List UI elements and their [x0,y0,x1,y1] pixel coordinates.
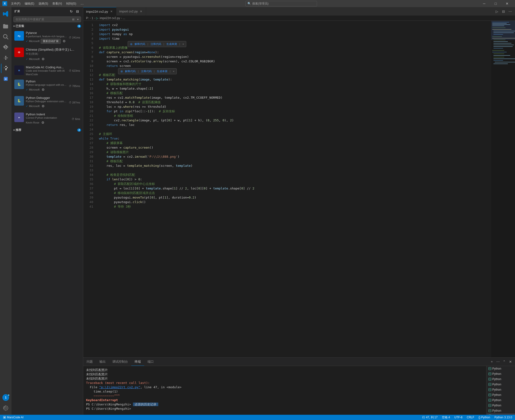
panel-tab-ports[interactable]: 端口 [144,358,157,366]
new-terminal-button[interactable]: ＋ [489,359,494,364]
python-verified: ✓ [26,88,28,91]
status-encoding[interactable]: UTF-8 [453,415,463,420]
activity-item-vscode[interactable] [1,9,10,19]
pylance-restart-button[interactable]: 重新启动扩展 [41,39,61,44]
run-button[interactable]: ▷ [494,9,500,14]
status-position[interactable]: 行 47, 列 17 [421,415,438,420]
python-indent-meta: Kevin Rose ⚙ [26,120,70,125]
recommended-section-header[interactable]: ▾ 推荐 2 [11,127,83,133]
menu-selection[interactable]: 选择(S) [37,1,50,6]
menu-more[interactable]: ... [81,1,84,6]
activity-item-debug[interactable] [1,53,10,63]
split-terminal-button[interactable]: ⋯ [495,359,501,364]
status-line-ending[interactable]: CRLF [466,415,475,420]
breadcrumb-symbol[interactable]: ... [123,16,125,20]
code-line-39: pyautogui.moveTo(pt[0], pt[1], duration=… [99,195,491,200]
status-spaces[interactable]: 空格:4 [441,415,451,420]
status-python-version[interactable]: Python 3.13.0 [493,415,513,420]
code-content[interactable]: import cv2 import pyautogui import numpy… [95,21,491,357]
status-language[interactable]: {} Python [478,415,491,420]
ai-close-12[interactable]: × [173,69,175,74]
close-panel-button[interactable]: ✕ [508,359,513,364]
ai-close-6[interactable]: × [182,42,184,46]
pylance-meta: ✓ Microsoft 重新启动扩展 ⚙ [26,38,67,44]
menu-edit[interactable]: 编辑(E) [23,1,36,6]
svg-text:PS: PS [489,384,491,385]
python-indent-publisher: Kevin Rose [26,121,39,124]
menu-goto[interactable]: 转到(G) [64,1,78,6]
terminal-list-item-3[interactable]: PS Python [486,376,515,382]
more-actions-button[interactable]: ⋯ [507,9,513,14]
menu-view[interactable]: 查看(V) [50,1,64,6]
python-publisher: Microsoft [29,88,40,91]
extension-item-marscode[interactable]: M MarsCode AI: Coding Ass... Code and In… [11,64,83,78]
extension-item-pylance[interactable]: Py Pylance A performant, feature-rich la… [11,29,83,46]
close-button[interactable]: ✕ [502,0,513,7]
chinese-settings-icon[interactable]: ⚙ [41,56,46,62]
panel-tab-debug[interactable]: 调试控制台 [109,358,131,366]
split-editor-button[interactable]: ⊟ [501,9,506,14]
maximize-button[interactable]: □ [490,0,501,7]
python-debugger-settings-icon[interactable]: ⚙ [41,104,46,109]
minimize-button[interactable]: ─ [479,0,490,7]
refresh-button[interactable]: ↻ [69,9,74,14]
code-line-24 [99,127,491,132]
ai-test-6[interactable]: 生成单测 [166,42,177,46]
activity-item-marscode[interactable]: M [1,74,10,84]
filter-button[interactable]: ⊟ [75,9,80,14]
activity-item-settings[interactable] [1,403,10,413]
activity-item-git[interactable] [1,43,10,52]
activity-item-files[interactable] [1,22,10,31]
panel-tab-problems[interactable]: 问题 [83,358,96,366]
pylance-settings-icon[interactable]: ⚙ [62,38,67,44]
panel-tab-output[interactable]: 输出 [96,358,109,366]
ai-comment-6[interactable]: 注释代码 [151,42,161,46]
installed-section-header[interactable]: ▾ 已安装 6 [11,23,83,29]
python-meta: ✓ Microsoft ⚙ [26,87,67,92]
minimap[interactable] [491,21,515,357]
breadcrumb-drive[interactable]: P: [86,16,89,20]
python-settings-icon[interactable]: ⚙ [41,87,46,92]
svg-text:🐍: 🐍 [17,99,21,103]
terminal-list-item-8[interactable]: PS Python [486,403,515,408]
status-marscode[interactable]: M MarsCode AI [2,415,24,420]
maximize-panel-button[interactable]: ⌃ [502,359,507,364]
terminal-file-link[interactable]: "p:\1\impo22rt cv2.py" [99,385,140,389]
terminal-content[interactable]: 未找到匹配图片 未找到匹配图片 未找到匹配图片 Traceback (most … [83,366,486,415]
ai-explain-6[interactable]: 解释代码 [135,42,145,46]
activity-item-account[interactable]: 1 [1,393,10,402]
ai-explain-12[interactable]: 解释代码 [125,69,136,74]
activity-item-extensions[interactable] [1,64,10,73]
terminal-list-item-5[interactable]: PS Python [486,387,515,392]
terminal-list-item-1[interactable]: PS Python [486,366,515,371]
tab-import-label: import cv2.py [119,9,138,13]
tab-impo22rt-close[interactable]: ✕ [109,9,113,13]
activity-item-search[interactable] [1,32,10,42]
terminal-list-item-6[interactable]: PS Python [486,392,515,398]
python-debugger-publisher: Microsoft [29,105,40,107]
breadcrumb-file[interactable]: ▷impo22rt cv2.py [96,16,120,20]
svg-rect-32 [493,45,514,45]
extension-item-chinese[interactable]: 中 Chinese (Simplified) (简体中文) L... 中文(简体… [11,46,83,64]
python-indent-settings-icon[interactable]: ⚙ [40,120,46,125]
filter-search-icon[interactable]: ⊟ [71,17,75,22]
panel-tab-terminal[interactable]: 终端 [131,358,144,366]
extension-item-python-debugger[interactable]: 🐍 Python Debugger Python Debugger extens… [11,94,83,111]
terminal-list-item-9[interactable]: PS Python [486,408,515,413]
extension-item-python-indent[interactable]: PI Python Indent Correct Python indentat… [11,111,83,127]
terminal-list-item-2[interactable]: PS Python [486,371,515,376]
menu-file[interactable]: 文件(F) [9,1,22,6]
ai-comment-12[interactable]: 注释代码 [141,69,152,74]
tab-import[interactable]: import cv2.py ✕ [116,7,146,15]
tab-import-close[interactable]: ✕ [139,9,143,13]
ai-test-12[interactable]: 生成单测 [157,69,167,74]
terminal-list-item-7[interactable]: PS Python [486,398,515,403]
pylance-icon: Py [14,31,24,41]
terminal-list-item-4[interactable]: PS Python [486,382,515,387]
extension-item-python[interactable]: 🐍 Python Python language support with ex… [11,78,83,94]
tab-impo22rt[interactable]: impo22rt cv2.py ✕ [83,7,116,15]
breadcrumb-num[interactable]: 1 [92,16,93,20]
clear-search-icon[interactable]: ▾ [76,17,80,22]
python-desc: Python language support with exte... [26,83,67,86]
titlebar-search[interactable]: 🔍 搜索(管理员) [245,1,317,7]
